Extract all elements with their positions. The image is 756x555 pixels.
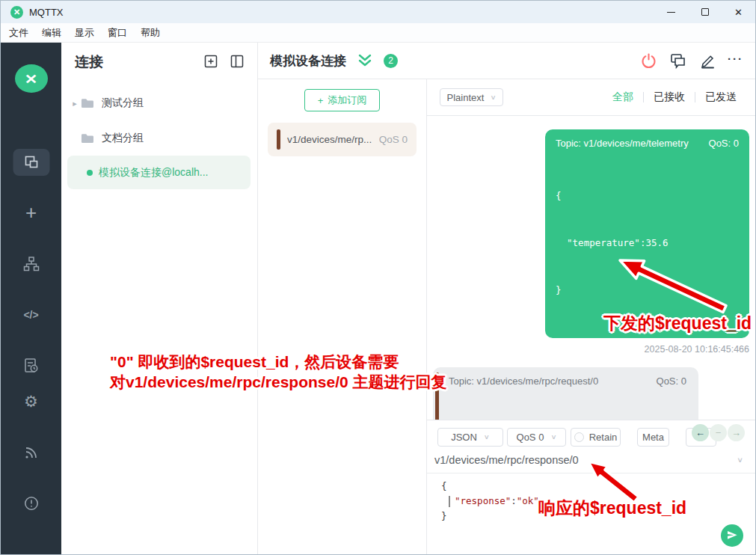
connection-group-docs[interactable]: 文档分组 [67, 125, 251, 152]
chevron-down-icon: ∨ [490, 93, 496, 101]
subscriptions-panel: + 添加订阅 v1/devices/me/rp... QoS 0 [258, 79, 427, 554]
plus-square-icon [203, 54, 218, 69]
publish-payload-type-dropdown[interactable]: JSON ∨ [437, 428, 503, 447]
log-icon [22, 357, 40, 375]
connected-status-dot [87, 170, 93, 176]
history-forward-button[interactable]: → [728, 424, 745, 441]
publish-topic-input[interactable]: v1/devices/me/rpc/response/0 ∨ [427, 447, 755, 473]
publish-qos-dropdown[interactable]: QoS 0 ∨ [507, 428, 566, 447]
window-title: MQTTX [29, 7, 64, 18]
radio-circle-icon [574, 432, 584, 442]
subscription-color-marker [435, 372, 439, 420]
nav-script[interactable]: </> [23, 309, 38, 321]
menubar: 文件 编辑 显示 窗口 帮助 [1, 23, 755, 43]
tab-all[interactable]: 全部 [603, 91, 643, 104]
folder-icon [80, 97, 94, 109]
history-current-button[interactable]: − [710, 424, 727, 441]
connection-group-test[interactable]: ▸ 测试分组 [67, 90, 251, 117]
retain-checkbox[interactable]: Retain [571, 428, 621, 447]
payload-type-dropdown[interactable]: Plaintext ∨ [440, 88, 503, 106]
collapse-connection-icon[interactable] [357, 52, 373, 69]
subscription-item[interactable]: v1/devices/me/rp... QoS 0 [268, 123, 417, 156]
new-connection-icon-button[interactable] [203, 54, 218, 69]
info-icon [23, 495, 40, 512]
chevron-down-icon: ∨ [737, 456, 743, 464]
maximize-icon [701, 8, 709, 16]
page-title: 模拟设备连接 [270, 52, 346, 70]
caret-right-icon: ▸ [70, 99, 80, 108]
text-cursor [449, 496, 450, 507]
group-label: 测试分组 [102, 96, 144, 110]
close-icon: ✕ [734, 7, 743, 18]
connections-title: 连接 [75, 52, 103, 72]
message-bubble-sent: Topic: v1/devices/me/telemetry QoS: 0 { … [545, 129, 749, 338]
menu-help[interactable]: 帮助 [134, 26, 167, 40]
message-qos: QoS: 0 [709, 138, 739, 149]
connections-panel: 连接 ▸ 测试分组 文档分组 模拟设备连接@localh... [61, 43, 258, 554]
message-bubble-received: Topic: v1/devices/me/rpc/request/0 QoS: … [433, 367, 698, 420]
maximize-button[interactable] [688, 1, 722, 23]
minimize-button[interactable] [654, 1, 688, 23]
message-topic: Topic: v1/devices/me/rpc/request/0 [449, 375, 598, 387]
tab-published[interactable]: 已发送 [695, 91, 746, 104]
disconnect-button[interactable] [640, 52, 657, 70]
pencil-icon [698, 52, 716, 70]
minimize-icon [667, 12, 675, 13]
filter-bar: Plaintext ∨ 全部 已接收 已发送 [427, 79, 755, 116]
code-icon: </> [23, 309, 38, 321]
plus-icon: + [25, 203, 37, 222]
message-timestamp: 2025-08-20 10:16:45:466 [433, 344, 749, 355]
edit-connection-button[interactable] [698, 52, 716, 70]
folder-icon [80, 132, 94, 144]
columns-icon [230, 54, 245, 69]
group-label: 文档分组 [102, 132, 144, 145]
mqttx-window: ✕ MQTTX ✕ 文件 编辑 显示 窗口 帮助 ✕ + </> [0, 0, 756, 555]
nav-topic-tree[interactable] [22, 255, 40, 273]
close-button[interactable]: ✕ [722, 1, 755, 23]
message-topic: Topic: v1/devices/me/telemetry [556, 138, 689, 149]
power-icon [640, 52, 657, 70]
tab-received[interactable]: 已接收 [644, 91, 695, 104]
menu-window[interactable]: 窗口 [101, 26, 134, 40]
chevron-down-icon: ∨ [550, 433, 556, 441]
plus-icon: + [318, 95, 324, 106]
left-rail: ✕ + </> ⚙ [1, 43, 61, 554]
nav-settings[interactable]: ⚙ [24, 393, 38, 411]
menu-file[interactable]: 文件 [2, 26, 35, 40]
new-connection-button[interactable]: + [25, 203, 37, 222]
nav-log[interactable] [22, 357, 40, 375]
subscription-topic: v1/devices/me/rp... [287, 134, 372, 145]
connections-icon [23, 154, 40, 171]
send-button[interactable] [721, 524, 743, 547]
brand-logo-icon: ✕ [15, 64, 48, 93]
payload-editor[interactable]: { "response":"ok" } [427, 473, 755, 524]
add-subscription-button[interactable]: + 添加订阅 [304, 89, 380, 111]
toggle-layout-button[interactable] [230, 54, 245, 69]
paper-plane-icon [726, 530, 738, 542]
history-back-button[interactable]: ← [692, 424, 709, 441]
nav-about[interactable] [23, 495, 40, 512]
app-logo-icon: ✕ [10, 6, 23, 19]
new-window-chat-button[interactable] [669, 52, 687, 70]
menu-view[interactable]: 显示 [68, 26, 101, 40]
publish-panel: JSON ∨ QoS 0 ∨ Retain [427, 420, 755, 554]
gear-icon: ⚙ [24, 393, 38, 411]
message-qos: QoS: 0 [657, 375, 686, 387]
history-navigation: ← − → [692, 424, 745, 441]
subscription-color-marker [277, 129, 280, 150]
connection-item-selected[interactable]: 模拟设备连接@localh... [67, 156, 251, 189]
subscription-qos: QoS 0 [379, 134, 408, 145]
titlebar: ✕ MQTTX ✕ [1, 1, 755, 23]
double-chevron-down-icon [357, 52, 373, 69]
nav-broadcast[interactable] [23, 444, 40, 461]
message-list[interactable]: Topic: v1/devices/me/telemetry QoS: 0 { … [427, 116, 755, 420]
menu-edit[interactable]: 编辑 [35, 26, 68, 40]
content-header: 模拟设备连接 2 ··· [258, 43, 755, 79]
more-options-button[interactable]: ··· [728, 52, 743, 70]
chat-bubbles-icon [669, 52, 687, 70]
message-count-badge: 2 [384, 54, 398, 68]
content-area: 模拟设备连接 2 ··· [258, 43, 755, 554]
chevron-down-icon: ∨ [484, 433, 490, 441]
sitemap-icon [22, 255, 40, 273]
meta-button[interactable]: Meta [637, 428, 669, 447]
